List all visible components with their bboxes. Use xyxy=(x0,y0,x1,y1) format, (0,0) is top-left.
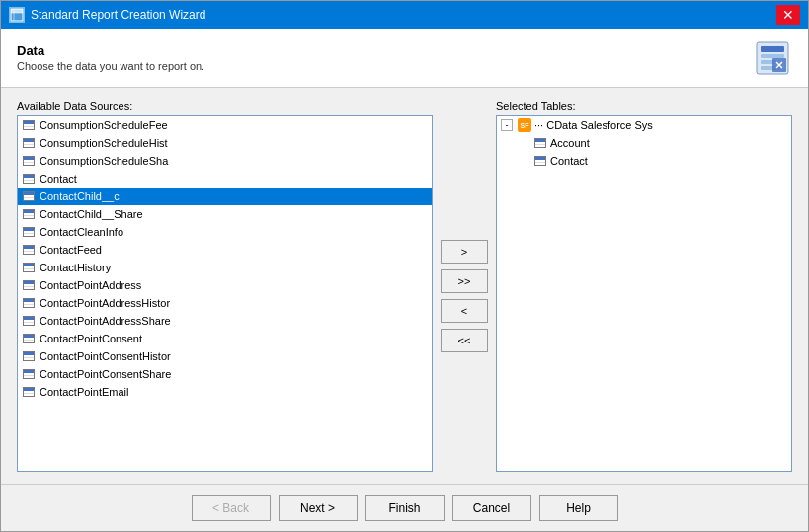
table-icon xyxy=(533,136,547,150)
close-button[interactable]: ✕ xyxy=(776,5,800,25)
table-icon xyxy=(22,225,36,239)
table-icon xyxy=(22,190,36,203)
right-panel: Selected Tables: - SF ··· CData Salesfor… xyxy=(496,100,792,472)
svg-rect-6 xyxy=(761,54,784,58)
list-item[interactable]: ContactCleanInfo xyxy=(18,223,432,241)
header-text: Data Choose the data you want to report … xyxy=(17,43,204,72)
salesforce-icon: SF xyxy=(518,118,531,132)
list-item-selected[interactable]: ContactChild__c xyxy=(18,188,432,205)
content-area: Available Data Sources: ConsumptionSched… xyxy=(1,88,808,484)
list-item[interactable]: ConsumptionScheduleSha xyxy=(18,152,432,170)
footer: < Back Next > Finish Cancel Help xyxy=(1,484,808,531)
connection-label: ··· CData Salesforce Sys xyxy=(534,119,653,131)
list-item[interactable]: ContactPointAddress xyxy=(18,276,432,294)
table-icon xyxy=(22,172,36,186)
tree-connection-node[interactable]: - SF ··· CData Salesforce Sys xyxy=(497,116,791,134)
table-icon xyxy=(22,207,36,221)
svg-rect-5 xyxy=(761,46,784,52)
list-item[interactable]: ContactPointEmail xyxy=(18,383,432,401)
selected-tables-tree[interactable]: - SF ··· CData Salesforce Sys Account xyxy=(496,115,792,472)
transfer-buttons: > >> < << xyxy=(433,119,496,472)
move-left-button[interactable]: < xyxy=(441,299,488,323)
table-icon xyxy=(22,261,36,274)
table-icon xyxy=(533,154,547,168)
tree-item-contact[interactable]: Contact xyxy=(497,152,791,170)
move-all-right-button[interactable]: >> xyxy=(441,269,488,293)
list-item[interactable]: ContactPointAddressShare xyxy=(18,312,432,330)
list-item[interactable]: ContactHistory xyxy=(18,259,432,276)
tree-item-account[interactable]: Account xyxy=(497,134,791,152)
list-item[interactable]: ContactChild__Share xyxy=(18,205,432,223)
expand-icon[interactable]: - xyxy=(501,119,513,131)
list-item[interactable]: Contact xyxy=(18,170,432,188)
available-sources-label: Available Data Sources: xyxy=(17,100,433,112)
title-bar-left: Standard Report Creation Wizard xyxy=(9,7,205,23)
list-item[interactable]: ContactFeed xyxy=(18,241,432,259)
back-button[interactable]: < Back xyxy=(192,495,271,521)
wizard-icon xyxy=(753,39,792,77)
list-item[interactable]: ConsumptionScheduleFee xyxy=(18,116,432,134)
table-icon xyxy=(22,367,36,381)
finish-button[interactable]: Finish xyxy=(365,495,445,521)
header-subtitle: Choose the data you want to report on. xyxy=(17,60,204,72)
table-icon xyxy=(22,314,36,328)
next-button[interactable]: Next > xyxy=(279,495,358,521)
cancel-button[interactable]: Cancel xyxy=(452,495,531,521)
help-button[interactable]: Help xyxy=(539,495,618,521)
title-bar: Standard Report Creation Wizard ✕ xyxy=(1,1,808,29)
table-icon xyxy=(22,385,36,399)
selected-tables-label: Selected Tables: xyxy=(496,100,792,112)
table-icon xyxy=(22,243,36,257)
list-item[interactable]: ConsumptionScheduleHist xyxy=(18,134,432,152)
list-item[interactable]: ContactPointAddressHistor xyxy=(18,294,432,312)
table-icon xyxy=(22,118,36,132)
window-title: Standard Report Creation Wizard xyxy=(31,8,205,22)
available-sources-list[interactable]: ConsumptionScheduleFee ConsumptionSchedu… xyxy=(17,115,433,472)
list-item[interactable]: ContactPointConsentShare xyxy=(18,365,432,383)
window-icon xyxy=(9,7,25,23)
table-icon xyxy=(22,349,36,363)
left-panel: Available Data Sources: ConsumptionSched… xyxy=(17,100,433,472)
move-right-button[interactable]: > xyxy=(441,240,488,264)
list-item[interactable]: ContactPointConsent xyxy=(18,330,432,347)
header-title: Data xyxy=(17,43,204,58)
table-icon xyxy=(22,136,36,150)
svg-rect-1 xyxy=(11,9,23,13)
list-item[interactable]: ContactPointConsentHistor xyxy=(18,347,432,365)
table-icon xyxy=(22,296,36,310)
table-icon xyxy=(22,278,36,292)
header-section: Data Choose the data you want to report … xyxy=(1,29,808,88)
panels-row: Available Data Sources: ConsumptionSched… xyxy=(17,100,792,472)
table-icon xyxy=(22,332,36,345)
main-window: Standard Report Creation Wizard ✕ Data C… xyxy=(0,0,809,532)
table-icon xyxy=(22,154,36,168)
move-all-left-button[interactable]: << xyxy=(441,329,488,352)
